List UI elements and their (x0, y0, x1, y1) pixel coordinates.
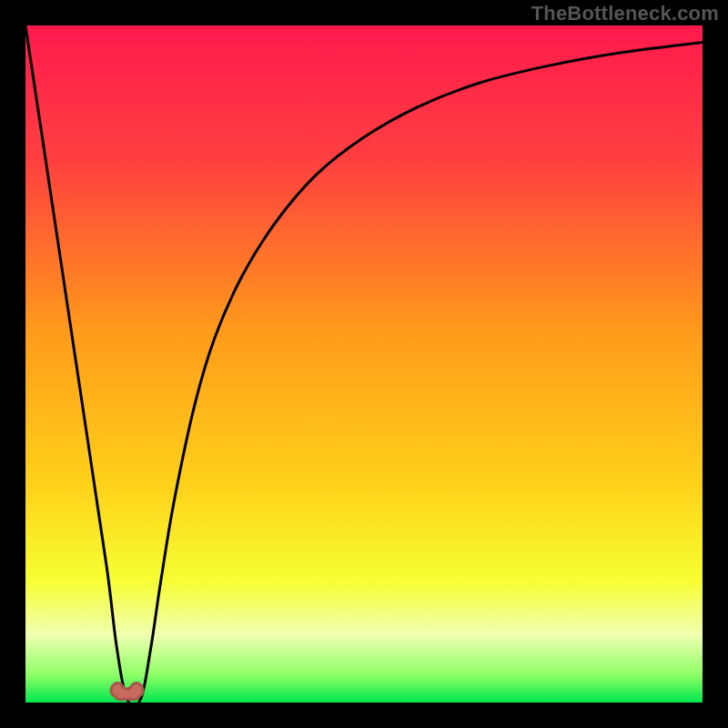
watermark-text: TheBottleneck.com (531, 2, 719, 25)
bottleneck-chart (0, 0, 728, 728)
gradient-background (25, 25, 703, 703)
chart-frame: TheBottleneck.com (0, 0, 728, 728)
